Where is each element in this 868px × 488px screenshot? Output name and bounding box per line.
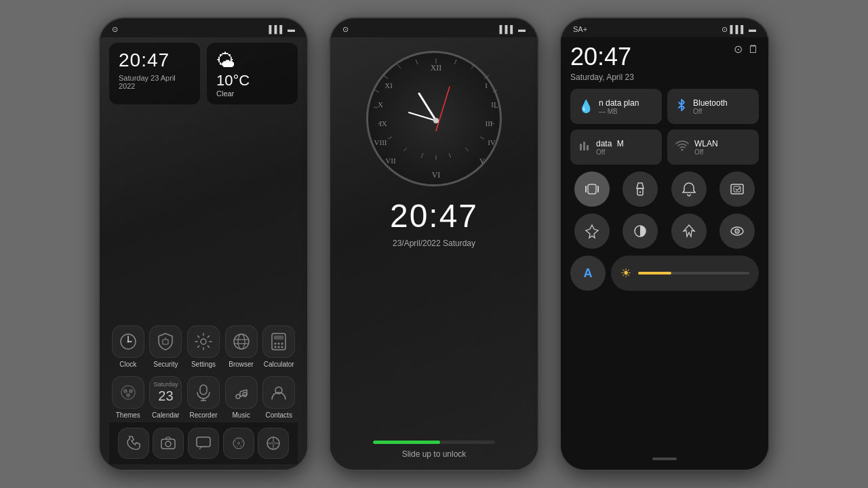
svg-line-78 — [383, 75, 388, 79]
btn-vibrate[interactable] — [574, 171, 610, 207]
svg-rect-89 — [588, 184, 596, 194]
app-browser[interactable]: Browser — [222, 325, 260, 368]
brightness-control[interactable]: ☀ — [611, 256, 759, 291]
dock-phone[interactable] — [118, 428, 149, 459]
dock-messages[interactable] — [188, 428, 219, 459]
svg-line-68 — [480, 137, 484, 139]
clock-app-icon — [112, 325, 144, 358]
weather-widget[interactable]: 🌤 10°C Clear — [207, 43, 298, 104]
svg-line-72 — [421, 153, 423, 158]
battery-icon: ▬ — [288, 25, 295, 33]
btn-airplane[interactable] — [574, 214, 610, 249]
phone-home: ⊙ ▌▌▌ ▬ 20:47 Saturday 23 April 2022 🌤 1… — [98, 17, 309, 471]
btn-font-size[interactable]: A — [570, 256, 606, 291]
svg-point-15 — [281, 343, 283, 345]
contacts-app-icon — [262, 376, 295, 409]
music-app-label: Music — [233, 411, 250, 419]
svg-line-74 — [388, 137, 392, 139]
signal-icon-cc: ▌▌▌ — [730, 25, 746, 33]
cc-tile-data[interactable]: data M Off — [570, 129, 662, 165]
svg-rect-94 — [731, 184, 743, 194]
status-left: ⊙ — [112, 25, 118, 34]
recorder-app-label: Recorder — [189, 411, 217, 419]
svg-text:VI: VI — [432, 170, 441, 180]
cc-tile-wlan[interactable]: WLAN Off — [667, 129, 759, 165]
app-calendar[interactable]: Saturday 23 Calendar — [147, 376, 185, 419]
btn-location[interactable] — [671, 214, 707, 249]
clock-widget[interactable]: 20:47 Saturday 23 April 2022 — [109, 43, 200, 104]
app-recorder[interactable]: Recorder — [184, 376, 222, 419]
weather-icon: 🌤 — [216, 49, 235, 72]
svg-text:I: I — [485, 81, 488, 89]
svg-line-63 — [471, 64, 475, 68]
brightness-bar — [638, 272, 749, 274]
svg-line-80 — [416, 60, 418, 64]
weather-condition: Clear — [216, 89, 234, 98]
svg-point-16 — [275, 346, 277, 348]
svg-text:IV: IV — [488, 138, 496, 146]
dock-stars[interactable] — [223, 428, 254, 459]
calculator-app-icon — [262, 325, 295, 358]
svg-rect-35 — [197, 437, 210, 447]
svg-point-84 — [433, 118, 439, 123]
svg-point-13 — [275, 343, 277, 345]
data-plan-sub: — MB — [599, 108, 639, 115]
btn-flashlight[interactable] — [623, 171, 658, 207]
phone-lock: ⊙ ▌▌▌ ▬ XII I II III IV V VI VII VIII I — [329, 17, 539, 471]
data-title: data M — [596, 139, 624, 148]
calculator-app-label: Calculator — [264, 361, 294, 368]
lock-screen: XII I II III IV V VI VII VIII IX X XI — [330, 37, 538, 470]
dock — [109, 422, 298, 464]
cc-time-block: 20:47 Saturday, April 23 — [570, 43, 634, 82]
svg-point-8 — [238, 334, 245, 349]
bluetooth-title: Bluetooth — [693, 98, 728, 108]
dock-camera[interactable] — [153, 428, 184, 459]
svg-rect-86 — [583, 142, 585, 150]
cc-tile-data-plan[interactable]: 💧 n data plan — MB — [570, 89, 662, 124]
cc-handle — [570, 453, 759, 464]
cc-icon-share[interactable]: 🗒 — [748, 43, 759, 56]
app-row-1: Clock Security — [109, 323, 298, 371]
svg-point-39 — [241, 441, 243, 442]
status-icons-lock: ▌▌▌ ▬ — [500, 25, 526, 33]
app-themes[interactable]: Themes — [109, 376, 147, 419]
svg-point-44 — [271, 441, 275, 445]
clock-svg: XII I II III IV V VI VII VIII IX X XI — [368, 53, 504, 188]
app-clock[interactable]: Clock — [109, 325, 147, 368]
carrier-label: SA+ — [573, 25, 587, 33]
svg-rect-85 — [580, 144, 582, 150]
data-content: data M Off — [596, 139, 624, 156]
btn-screenshot[interactable] — [719, 171, 755, 207]
slide-up-text[interactable]: Slide up to unlock — [402, 449, 467, 459]
wlan-title: WLAN — [694, 139, 718, 148]
app-music[interactable]: Music — [222, 376, 260, 419]
clock-time: 20:47 — [119, 49, 191, 71]
svg-text:VII: VII — [385, 157, 396, 165]
dock-aperture[interactable] — [258, 428, 289, 459]
clock-app-label: Clock — [119, 361, 136, 368]
cc-tiles: 💧 n data plan — MB Bluetooth Off — [570, 89, 759, 165]
app-calculator[interactable]: Calculator — [260, 325, 298, 368]
settings-app-icon — [187, 325, 220, 358]
signal-icon-lock: ▌▌▌ — [500, 25, 515, 33]
btn-eye[interactable] — [719, 214, 755, 249]
brightness-icon: ☀ — [620, 266, 631, 281]
svg-line-70 — [449, 153, 451, 158]
app-settings[interactable]: Settings — [184, 325, 222, 368]
app-contacts[interactable]: Contacts — [260, 376, 298, 419]
cc-date: Saturday, April 23 — [570, 73, 634, 82]
phone-control: SA+ ⊙ ▌▌▌ ▬ 20:47 Saturday, April 23 ⊙ 🗒… — [559, 17, 770, 471]
btn-contrast[interactable] — [623, 214, 658, 249]
cc-icon-eye[interactable]: ⊙ — [734, 43, 743, 56]
app-row-2: Themes Saturday 23 Calendar — [109, 373, 298, 422]
svg-line-65 — [493, 90, 497, 92]
security-app-label: Security — [153, 361, 178, 368]
cc-tile-bluetooth[interactable]: Bluetooth Off — [667, 89, 759, 124]
svg-text:XI: XI — [384, 81, 393, 89]
cc-handle-bar — [652, 458, 677, 460]
svg-text:VIII: VIII — [374, 138, 387, 146]
lock-time: 20:47 — [390, 197, 478, 235]
svg-rect-4 — [163, 340, 168, 344]
app-security[interactable]: Security — [147, 325, 185, 368]
btn-notification[interactable] — [671, 171, 707, 207]
